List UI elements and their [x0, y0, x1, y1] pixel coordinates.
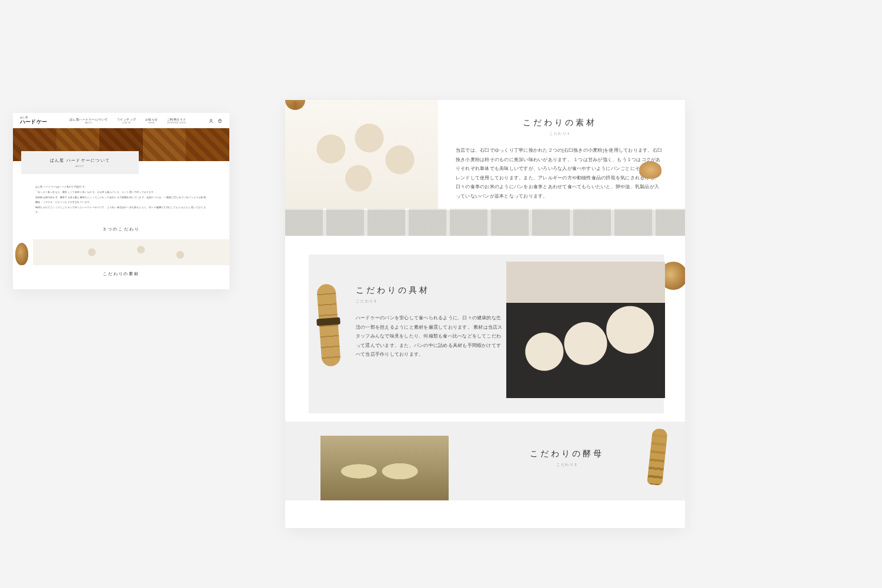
jars-image	[320, 436, 449, 500]
section3-heading: こだわりの酵母	[472, 449, 662, 459]
section3-sub: こだわり3	[472, 462, 662, 467]
cart-icon[interactable]	[218, 119, 222, 123]
page-title-block: ぱん屋 ハードケーについて ABOUT	[21, 151, 139, 174]
intro-copy: ぱん屋 ハードケーは[ハード系の専門店]です。 「せっかく食べるなら、美味しくて…	[13, 174, 229, 214]
nav-lineup[interactable]: ラインナップ LINE UP	[117, 118, 136, 124]
page-title-en: ABOUT	[21, 165, 139, 168]
bread-accent-icon	[15, 243, 28, 265]
nav-label-en: NEWS	[145, 122, 158, 124]
logo[interactable]: ぱん屋 ハードケー	[20, 116, 47, 126]
about-sections-preview: こだわりの素材 こだわり1 当店では、石臼でゆっくり丁寧に挽かれた２つの[石臼挽…	[285, 100, 685, 528]
intro-line: 時間をかけてじっくりとこだわって作ったハードケーのパンで、より良い食生活の一歩を…	[35, 205, 207, 214]
logo-text: ハードケー	[20, 119, 47, 126]
section1-text: こだわりの素材 こだわり1 当店では、石臼でゆっくり丁寧に挽かれた２つの[石臼挽…	[438, 100, 685, 209]
nav-label-jp: ラインナップ	[117, 118, 136, 121]
section1-thumb-row	[13, 239, 229, 265]
three-points-heading: ３つのこだわり	[13, 226, 229, 232]
account-icon[interactable]	[209, 119, 213, 123]
nav-about[interactable]: ぱん屋ハードケーについて ABOUT	[69, 118, 108, 124]
section-yeast: こだわりの酵母 こだわり3	[285, 422, 685, 500]
section-material: こだわりの素材 こだわり1 当店では、石臼でゆっくり丁寧に挽かれた２つの[石臼挽…	[285, 100, 685, 209]
croissant-accent-icon	[639, 161, 662, 179]
main-nav: ぱん屋ハードケーについて ABOUT ラインナップ LINE UP お知らせ N…	[55, 118, 201, 124]
section1-heading-preview: こだわりの素材	[13, 271, 229, 277]
baguette-accent-icon	[316, 283, 341, 367]
nav-guide[interactable]: ご利用ガイド SHOPPING GUIDE	[167, 118, 186, 124]
nav-label-en: ABOUT	[69, 122, 108, 124]
nav-label-en: SHOPPING GUIDE	[167, 122, 186, 124]
site-header: ぱん屋 ハードケー ぱん屋ハードケーについて ABOUT ラインナップ LINE…	[13, 113, 229, 128]
section2-body: ハードケーのパンを安心して食べられるように、日々の健康的な生活の一部を担えるよう…	[356, 313, 503, 359]
section2-text: こだわりの具材 こだわり2 ハードケーのパンを安心して食べられるように、日々の健…	[356, 285, 503, 359]
intro-line: 「せっかく食べるなら、美味しくて身体に良いものを。心も体も喜ぶパンを」という思い…	[35, 190, 207, 195]
section2-heading: こだわりの具材	[356, 285, 503, 296]
nav-label-en: LINE UP	[117, 122, 136, 124]
dough-scoring-image	[285, 100, 438, 209]
section-ingredients: こだわりの具材 こだわり2 ハードケーのパンを安心して食べられるように、日々の健…	[285, 236, 685, 422]
nav-label-jp: ご利用ガイド	[167, 118, 186, 121]
nav-label-jp: お知らせ	[145, 118, 158, 121]
nav-news[interactable]: お知らせ NEWS	[145, 118, 158, 124]
section1-heading: こだわりの素材	[456, 118, 664, 128]
intro-line: 添加物は極力使わず、素朴でも味も最上素材をじっくりこだわって自分たちで厳選使用し…	[35, 195, 207, 204]
intro-line: ぱん屋 ハードケーは[ハード系の専門店]です。	[35, 185, 207, 189]
section1-sub: こだわり1	[456, 131, 664, 136]
dough-balls-image	[506, 262, 665, 398]
header-icons	[209, 119, 222, 123]
about-page-preview: ぱん屋 ハードケー ぱん屋ハードケーについて ABOUT ラインナップ LINE…	[13, 113, 229, 289]
dough-image	[33, 239, 229, 265]
section2-sub: こだわり2	[356, 299, 503, 304]
tile-divider	[285, 209, 685, 236]
page-title: ぱん屋 ハードケーについて	[21, 158, 139, 163]
section1-body: 当店では、石臼でゆっくり丁寧に挽かれた２つの[石臼挽きの小麦粉]を使用しておりま…	[456, 146, 664, 201]
nav-label-jp: ぱん屋ハードケーについて	[69, 118, 108, 121]
svg-point-0	[210, 119, 212, 121]
